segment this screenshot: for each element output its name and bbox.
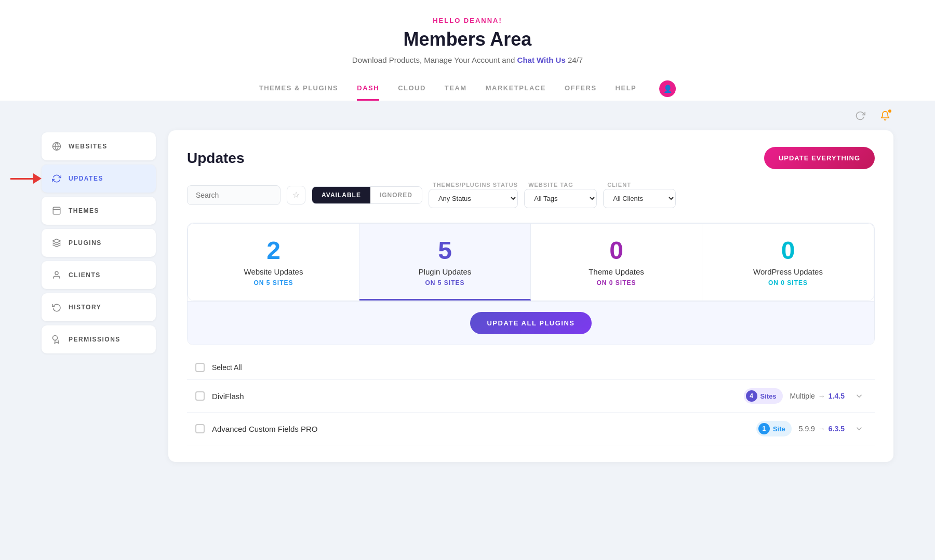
version-to-acf: 6.3.5 bbox=[829, 425, 845, 433]
stats-and-action: 2 Website Updates ON 5 SITES 5 Plugin Up… bbox=[187, 223, 875, 345]
sidebar-item-clients[interactable]: CLIENTS bbox=[42, 261, 156, 289]
plugin-checkbox-acf[interactable] bbox=[195, 424, 205, 433]
sidebar-item-websites[interactable]: WEBSITES bbox=[42, 132, 156, 160]
tab-available[interactable]: AVAILABLE bbox=[312, 187, 370, 203]
filters-row: ☆ AVAILABLE IGNORED THEMES/PLUGINS STATU… bbox=[187, 182, 875, 208]
updates-icon bbox=[51, 173, 62, 184]
wordpress-updates-sites: ON 0 SITES bbox=[713, 279, 863, 286]
plugin-row-acf: Advanced Custom Fields PRO 1 Site 5.9.9 … bbox=[187, 413, 875, 445]
subtitle-text: Download Products, Manage Your Account a… bbox=[352, 56, 515, 64]
expand-button-diviflash[interactable] bbox=[852, 389, 866, 403]
svg-rect-2 bbox=[53, 207, 60, 214]
tag-filter-select[interactable]: All Tags bbox=[524, 189, 597, 208]
version-from-acf: 5.9.9 bbox=[799, 425, 815, 433]
client-filter-group: CLIENT All Clients bbox=[603, 182, 676, 208]
stat-plugin-updates: 5 Plugin Updates ON 5 SITES bbox=[359, 224, 531, 301]
availability-tabs: AVAILABLE IGNORED bbox=[312, 186, 422, 204]
nav-item-dash[interactable]: DASH bbox=[357, 77, 379, 101]
notification-icon[interactable] bbox=[877, 107, 893, 124]
status-filter-label: THEMES/PLUGINS STATUS bbox=[433, 182, 518, 188]
plugin-name-acf: Advanced Custom Fields PRO bbox=[212, 425, 749, 433]
sidebar-item-updates[interactable]: UPDATES bbox=[42, 165, 156, 193]
nav-item-offers[interactable]: OFFERS bbox=[565, 77, 597, 101]
avatar[interactable]: 👤 bbox=[659, 80, 676, 97]
toolbar-row bbox=[0, 101, 935, 130]
status-filter-group: THEMES/PLUGINS STATUS Any Status bbox=[429, 182, 518, 208]
plugin-checkbox-diviflash[interactable] bbox=[195, 391, 205, 401]
select-all-checkbox[interactable] bbox=[195, 363, 205, 372]
select-all-row: Select All bbox=[187, 356, 875, 380]
stat-theme-updates: 0 Theme Updates ON 0 SITES bbox=[531, 224, 702, 301]
status-filter-select[interactable]: Any Status bbox=[429, 189, 518, 208]
nav-item-team[interactable]: TEAM bbox=[445, 77, 467, 101]
wordpress-updates-number: 0 bbox=[713, 238, 863, 263]
tag-filter-label: WEBSITE TAG bbox=[528, 182, 597, 188]
sidebar-item-clients-label: CLIENTS bbox=[69, 271, 101, 279]
svg-point-4 bbox=[53, 336, 58, 340]
notification-badge bbox=[887, 108, 892, 114]
plugin-updates-number: 5 bbox=[370, 238, 520, 263]
theme-updates-label: Theme Updates bbox=[541, 267, 691, 276]
refresh-icon[interactable] bbox=[852, 107, 869, 124]
content-area: Updates UPDATE EVERYTHING ☆ AVAILABLE IG… bbox=[168, 130, 893, 462]
stats-row: 2 Website Updates ON 5 SITES 5 Plugin Up… bbox=[188, 223, 874, 301]
updates-title: Updates bbox=[187, 150, 244, 167]
client-filter-select[interactable]: All Clients bbox=[603, 189, 676, 208]
plugins-icon bbox=[51, 237, 62, 249]
wordpress-updates-label: WordPress Updates bbox=[713, 267, 863, 276]
tab-ignored[interactable]: IGNORED bbox=[370, 187, 422, 203]
nav-item-cloud[interactable]: CLOUD bbox=[398, 77, 426, 101]
arrow-line bbox=[10, 178, 33, 180]
sidebar-item-history[interactable]: HISTORY bbox=[42, 293, 156, 321]
theme-updates-sites: ON 0 SITES bbox=[541, 279, 691, 286]
sidebar-item-plugins-label: PLUGINS bbox=[69, 239, 102, 247]
select-all-label: Select All bbox=[212, 363, 242, 372]
website-updates-sites: ON 5 SITES bbox=[198, 279, 349, 286]
version-to-diviflash: 1.4.5 bbox=[829, 392, 845, 400]
plugin-updates-sites: ON 5 SITES bbox=[370, 279, 520, 286]
page-title: Members Area bbox=[0, 29, 935, 50]
plugin-list: Select All DiviFlash 4 Sites Multiple → … bbox=[187, 356, 875, 445]
tag-filter-group: WEBSITE TAG All Tags bbox=[524, 182, 597, 208]
arrow-head bbox=[33, 173, 42, 184]
sites-badge-diviflash: 4 Sites bbox=[744, 388, 783, 404]
badge-num-diviflash: 4 bbox=[746, 390, 757, 402]
sidebar-item-history-label: HISTORY bbox=[69, 304, 101, 311]
main-layout: WEBSITES UPDATES THEMES PLUGINS bbox=[0, 130, 935, 483]
main-nav: THEMES & PLUGINS DASH CLOUD TEAM MARKETP… bbox=[0, 77, 935, 101]
sidebar-item-plugins[interactable]: PLUGINS bbox=[42, 229, 156, 257]
header: HELLO DEANNA! Members Area Download Prod… bbox=[0, 0, 935, 101]
website-updates-label: Website Updates bbox=[198, 267, 349, 276]
version-from-diviflash: Multiple bbox=[790, 392, 815, 400]
version-diviflash: Multiple → 1.4.5 bbox=[790, 392, 845, 400]
plugin-name-diviflash: DiviFlash bbox=[212, 392, 737, 401]
nav-item-help[interactable]: HELP bbox=[616, 77, 637, 101]
arrow-indicator bbox=[10, 173, 42, 184]
update-all-plugins-button[interactable]: UPDATE ALL PLUGINS bbox=[470, 312, 591, 334]
sidebar-item-websites-label: WEBSITES bbox=[69, 143, 108, 150]
plugin-row-diviflash: DiviFlash 4 Sites Multiple → 1.4.5 bbox=[187, 380, 875, 413]
nav-item-marketplace[interactable]: MARKETPLACE bbox=[486, 77, 546, 101]
favorites-button[interactable]: ☆ bbox=[287, 186, 305, 204]
sidebar-item-permissions[interactable]: PERMISSIONS bbox=[42, 325, 156, 353]
sidebar-item-themes-label: THEMES bbox=[69, 207, 99, 214]
search-input[interactable] bbox=[187, 185, 280, 205]
sidebar-item-themes[interactable]: THEMES bbox=[42, 197, 156, 225]
hello-text: HELLO DEANNA! bbox=[0, 17, 935, 24]
update-everything-button[interactable]: UPDATE EVERYTHING bbox=[764, 147, 875, 169]
badge-num-acf: 1 bbox=[758, 423, 770, 434]
client-filter-label: CLIENT bbox=[607, 182, 676, 188]
chat-link[interactable]: Chat With Us bbox=[517, 56, 566, 64]
theme-updates-number: 0 bbox=[541, 238, 691, 263]
globe-icon bbox=[51, 141, 62, 152]
subtitle-after: 24/7 bbox=[568, 56, 583, 64]
version-acf: 5.9.9 → 6.3.5 bbox=[799, 425, 845, 433]
history-icon bbox=[51, 302, 62, 313]
sidebar-item-updates-label: UPDATES bbox=[69, 175, 103, 182]
stat-wordpress-updates: 0 WordPress Updates ON 0 SITES bbox=[702, 224, 874, 301]
expand-button-acf[interactable] bbox=[852, 421, 866, 436]
nav-item-themes-plugins[interactable]: THEMES & PLUGINS bbox=[259, 77, 339, 101]
update-plugins-row: UPDATE ALL PLUGINS bbox=[188, 301, 874, 345]
themes-icon bbox=[51, 205, 62, 216]
svg-point-3 bbox=[55, 271, 58, 275]
